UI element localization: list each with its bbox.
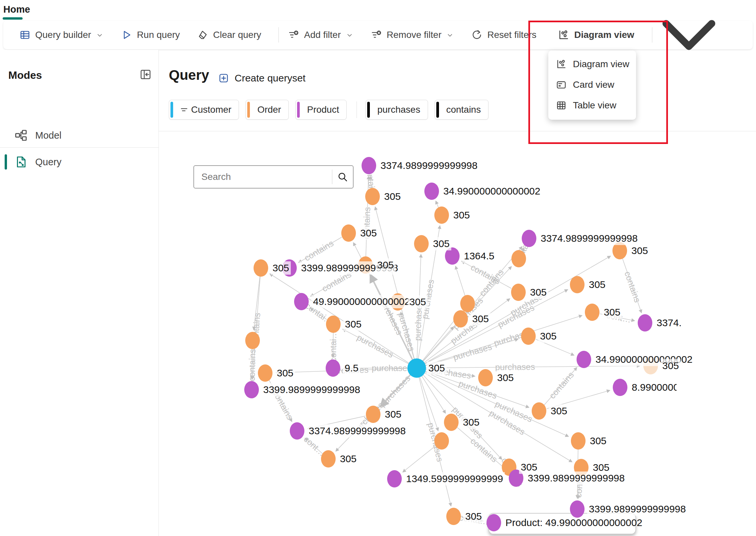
graph-node-product[interactable] — [387, 470, 402, 487]
graph-node-order[interactable] — [571, 432, 586, 450]
edge-label: purchases — [450, 295, 485, 332]
chip-label: Order — [257, 104, 281, 115]
graph-node-product[interactable] — [522, 230, 536, 247]
remove-filter-button[interactable]: Remove filter — [371, 29, 454, 41]
graph-node-order[interactable] — [521, 328, 536, 345]
add-filter-button[interactable]: Add filter — [288, 29, 354, 41]
menu-card-view[interactable]: Card view — [548, 74, 636, 95]
graph-node-product[interactable] — [290, 422, 304, 440]
graph-edge — [462, 261, 511, 288]
graph-node-product[interactable] — [282, 259, 297, 277]
graph-edge — [419, 376, 451, 506]
legend-chip-customer[interactable]: Customer — [169, 100, 239, 120]
menu-table-view[interactable]: Table view — [548, 95, 636, 116]
sidebar-item-query[interactable]: Query — [0, 152, 159, 172]
graph-node-order[interactable] — [258, 364, 272, 382]
node-label: 305 — [464, 510, 484, 523]
graph-node-order[interactable] — [390, 293, 405, 311]
graph-node-order[interactable] — [502, 459, 516, 476]
graph-node-product[interactable] — [244, 381, 259, 398]
graph-node-product[interactable] — [445, 247, 460, 265]
graph-node-order[interactable] — [366, 406, 380, 423]
graph-node-order[interactable] — [326, 316, 341, 333]
graph-node-order[interactable] — [254, 259, 268, 277]
menu-item-label: Diagram view — [573, 59, 629, 69]
graph-node-product[interactable] — [362, 157, 376, 174]
graph-node-order[interactable] — [643, 357, 658, 374]
reset-filters-button[interactable]: Reset filters — [471, 29, 536, 41]
graph-node-order[interactable] — [511, 250, 526, 267]
edge-label: contai… — [328, 330, 339, 362]
remove-filter-label: Remove filter — [387, 30, 442, 40]
graph-edge — [252, 348, 253, 379]
diagram-icon — [556, 59, 567, 70]
graph-node-order[interactable] — [511, 284, 526, 301]
graph-node-order[interactable] — [414, 235, 429, 252]
edge-label: purchases — [420, 279, 436, 320]
graph-node-product[interactable] — [294, 293, 309, 310]
graph-edge — [424, 372, 572, 462]
edge-label: purchases — [508, 289, 548, 318]
diagram-view-button[interactable]: Diagram view — [558, 21, 739, 49]
graph-node-product[interactable] — [326, 359, 340, 377]
legend-chip-purchases[interactable]: purchases — [366, 100, 428, 120]
graph-node-order[interactable] — [478, 369, 493, 386]
menu-diagram-view[interactable]: Diagram view — [548, 54, 636, 74]
graph-node-order[interactable] — [574, 459, 589, 476]
graph-node-order[interactable] — [532, 402, 546, 420]
reset-icon — [471, 29, 483, 41]
legend-chip-contains[interactable]: contains — [435, 100, 488, 120]
graph-node-product[interactable] — [613, 379, 627, 396]
graph-node-order[interactable] — [358, 256, 373, 274]
graph-node-customer[interactable] — [407, 358, 426, 378]
graph-node-product[interactable] — [638, 314, 652, 332]
node-label: 305 — [359, 226, 378, 240]
graph-node-order[interactable] — [570, 276, 585, 293]
graph-node-order[interactable] — [453, 310, 468, 328]
graph-node-order[interactable] — [341, 224, 356, 242]
graph-node-product[interactable] — [424, 183, 439, 200]
graph-node-order[interactable] — [585, 304, 599, 321]
search-input[interactable] — [194, 171, 332, 183]
graph-edge — [270, 274, 410, 364]
node-label: 305 — [275, 366, 295, 380]
edge-label: cont… — [605, 310, 632, 325]
collapse-panel-icon[interactable] — [139, 68, 152, 81]
edge-label: purchases — [457, 378, 498, 401]
run-query-button[interactable]: Run query — [121, 29, 180, 41]
create-queryset-button[interactable]: Create queryset — [218, 72, 305, 84]
chip-color-bar — [436, 102, 439, 118]
node-label: 305 — [630, 244, 650, 257]
graph-node-order[interactable] — [321, 450, 336, 468]
graph-node-order[interactable] — [444, 414, 459, 431]
header-divider — [159, 131, 756, 131]
sidebar-item-model[interactable]: Model — [0, 125, 159, 146]
legend-chip-order[interactable]: Order — [246, 100, 289, 120]
tab-home[interactable]: Home — [3, 4, 30, 15]
graph-node-order[interactable] — [434, 432, 449, 450]
edge-label: purchases — [452, 342, 493, 363]
legend-chip-product[interactable]: Product — [295, 100, 347, 120]
clear-query-button[interactable]: Clear query — [197, 29, 261, 41]
menu-item-label: Table view — [573, 100, 616, 111]
search-icon[interactable] — [337, 171, 348, 183]
graph-node-order[interactable] — [612, 242, 627, 259]
graph-edge — [456, 266, 465, 296]
graph-node-product[interactable] — [509, 469, 523, 487]
graph-node-order[interactable] — [245, 332, 260, 349]
graph-node-product[interactable] — [577, 351, 591, 368]
graph-node-order[interactable] — [365, 188, 380, 205]
graph-node-order[interactable] — [460, 295, 475, 312]
node-label: 305 — [588, 434, 608, 448]
chevron-down-icon — [96, 31, 104, 39]
edge-label: purchases — [378, 296, 404, 336]
node-label: 305 — [452, 208, 472, 222]
graph-node-order[interactable] — [434, 206, 449, 224]
plus-square-icon — [218, 72, 229, 84]
edge-label: purchases — [487, 408, 527, 438]
edge-label: purchases — [495, 362, 535, 372]
graph-node-order[interactable] — [446, 508, 461, 525]
edge-label: contains — [469, 262, 502, 287]
graph-edge — [366, 176, 369, 257]
query-builder-button[interactable]: Query builder — [19, 29, 104, 41]
